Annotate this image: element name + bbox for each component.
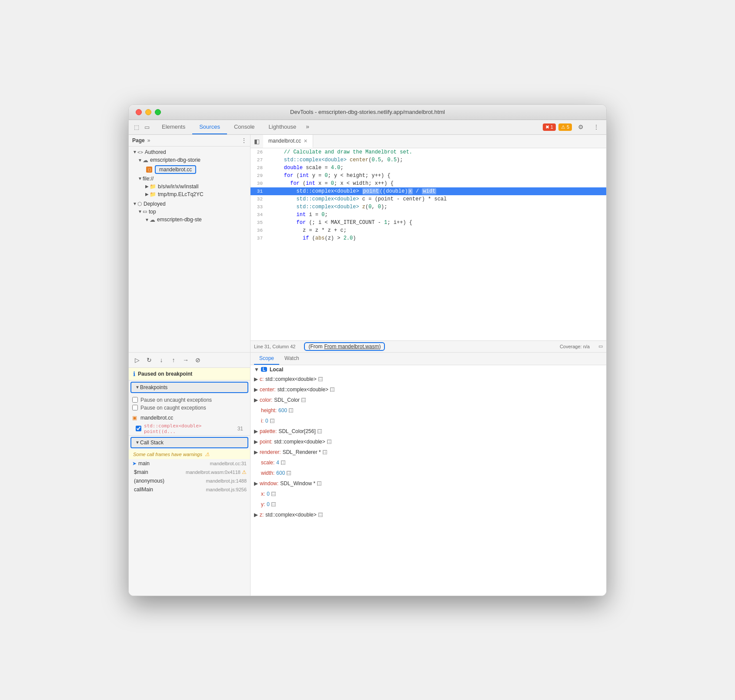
sidebar-menu-icon[interactable]: ⋮ bbox=[241, 137, 247, 143]
more-tabs-button[interactable]: » bbox=[303, 123, 312, 131]
pause-caught-checkbox[interactable] bbox=[132, 405, 138, 410]
folder1-item[interactable]: ▶ 📁 b/s/w/ir/x/w/install bbox=[129, 183, 250, 190]
step-out-button[interactable]: ↑ bbox=[169, 355, 178, 365]
scope-x-grid-icon bbox=[271, 492, 276, 496]
call-frame-anon[interactable]: (anonymous) mandelbrot.js:1488 bbox=[129, 477, 250, 485]
scope-window-type: SDL_Window * bbox=[280, 480, 315, 487]
code-line-31: 31 std::complex<double> point((double)x … bbox=[251, 187, 606, 195]
editor-tab-close-icon[interactable]: × bbox=[304, 137, 307, 144]
deployed-section[interactable]: ▼ ⬡ Deployed bbox=[129, 200, 250, 208]
wasm-link[interactable]: From mandelbrot.wasm bbox=[324, 343, 379, 350]
scope-c-arrow: ▶ bbox=[254, 375, 258, 383]
bp-entry-checkbox[interactable] bbox=[136, 426, 141, 431]
top-item[interactable]: ▼ ▭ top bbox=[129, 208, 250, 216]
scope-var-z[interactable]: ▶ z: std::complex<double> bbox=[251, 510, 606, 520]
scope-renderer-grid-icon bbox=[323, 450, 327, 454]
call-frame-main[interactable]: ➤ main mandelbrot.cc:31 bbox=[129, 459, 250, 468]
toggle-panel-icon[interactable]: ◧ bbox=[254, 138, 260, 145]
breakpoints-header[interactable]: ▼ Breakpoints bbox=[130, 382, 248, 393]
resume-button[interactable]: ▷ bbox=[132, 355, 142, 365]
folder2-icon: 📁 bbox=[150, 191, 156, 197]
authored-section[interactable]: ▼ <> Authored bbox=[129, 148, 250, 156]
emscripten2-item[interactable]: ▼ ☁ emscripten-dbg-ste bbox=[129, 216, 250, 224]
code-line-32: 32 std::complex<double> c = (point - cen… bbox=[251, 195, 606, 203]
scope-center-type: std::complex<double> bbox=[277, 386, 328, 393]
code-line-36: 36 z = z * z + c; bbox=[251, 227, 606, 234]
code-line-30: 30 for (int x = 0; x < width; x++) { bbox=[251, 180, 606, 187]
scope-height-val: 600 bbox=[278, 407, 287, 414]
scope-renderer-type: SDL_Renderer * bbox=[283, 448, 321, 456]
devtools-window: DevTools - emscripten-dbg-stories.netlif… bbox=[128, 104, 607, 596]
step-button[interactable]: → bbox=[181, 355, 190, 365]
scope-var-window[interactable]: ▶ window: SDL_Window * bbox=[251, 478, 606, 489]
pause-uncaught-item[interactable]: Pause on uncaught exceptions bbox=[132, 396, 247, 404]
emscripten-cloud-folder[interactable]: ▼ ☁ emscripten-dbg-storie bbox=[129, 156, 250, 164]
sidebar-more-btn[interactable]: » bbox=[147, 137, 150, 143]
maximize-button[interactable] bbox=[155, 109, 161, 115]
bp-entry-item: std::complex<double> point((d... 31 bbox=[129, 422, 250, 435]
call-frame-callmain[interactable]: callMain mandelbrot.js:9256 bbox=[129, 485, 250, 494]
tab-console[interactable]: Console bbox=[227, 120, 262, 134]
scope-var-y: y: 0 bbox=[251, 499, 606, 510]
editor-tab-mandelbrot[interactable]: mandelbrot.cc × bbox=[263, 135, 313, 148]
scope-point-type: std::complex<double> bbox=[274, 438, 325, 446]
cube-icon: ⬡ bbox=[137, 201, 142, 207]
sidebar-header: Page » ⋮ bbox=[129, 135, 250, 147]
editor-status-bar: Line 31, Column 42 (From From mandelbrot… bbox=[251, 340, 606, 352]
scope-var-color[interactable]: ▶ color: SDL_Color bbox=[251, 395, 606, 405]
code-line-37: 37 if (abs(z) > 2.0) bbox=[251, 234, 606, 242]
scope-width-val: 600 bbox=[276, 469, 285, 477]
scope-z-arrow: ▶ bbox=[254, 511, 258, 519]
mandelbrot-cc-file[interactable]: ◻ mandelbrot.cc bbox=[129, 164, 250, 175]
scope-c-grid-icon bbox=[318, 377, 323, 381]
code-content-29: for (int y = 0; y < height; y++) { bbox=[268, 172, 606, 180]
folder2-item[interactable]: ▶ 📁 tmp/tmp.ELcTq2YC bbox=[129, 190, 250, 198]
bracket-icon: <> bbox=[137, 150, 143, 155]
step-over-button[interactable]: ↻ bbox=[144, 355, 154, 365]
scope-point-arrow: ▶ bbox=[254, 438, 258, 446]
call-stack-section: ▼ Call Stack Some call frames have warni… bbox=[129, 435, 250, 494]
step-into-button[interactable]: ↓ bbox=[157, 355, 166, 365]
file-protocol-item[interactable]: ▼ file:// bbox=[129, 175, 250, 183]
scope-var-point[interactable]: ▶ point: std::complex<double> bbox=[251, 437, 606, 447]
inspect-icon[interactable]: ⬚ bbox=[132, 123, 141, 131]
folder2-arrow: ▶ bbox=[144, 192, 150, 197]
code-line-26: 26 // Calculate and draw the Mandelbrot … bbox=[251, 148, 606, 156]
pause-uncaught-checkbox[interactable] bbox=[132, 397, 138, 403]
deactivate-button[interactable]: ⊘ bbox=[193, 355, 203, 365]
scope-tab-scope[interactable]: Scope bbox=[254, 353, 279, 365]
pause-uncaught-label: Pause on uncaught exceptions bbox=[140, 397, 212, 403]
code-editor[interactable]: 26 // Calculate and draw the Mandelbrot … bbox=[251, 148, 606, 340]
scope-var-renderer[interactable]: ▶ renderer: SDL_Renderer * bbox=[251, 447, 606, 457]
panel-icon[interactable]: ▭ bbox=[598, 343, 603, 349]
scope-var-height: height: 600 bbox=[251, 405, 606, 416]
scope-var-center[interactable]: ▶ center: std::complex<double> bbox=[251, 384, 606, 395]
pause-caught-item[interactable]: Pause on caught exceptions bbox=[132, 404, 247, 412]
local-section-title[interactable]: ▼ L Local bbox=[251, 365, 606, 374]
call-frame-smain[interactable]: $main mandelbrot.wasm:0x4118 ⚠ bbox=[129, 468, 250, 477]
tab-lighthouse[interactable]: Lighthouse bbox=[262, 120, 304, 134]
scope-y-val: 0 bbox=[267, 500, 270, 508]
top-arrow: ▼ bbox=[137, 209, 143, 214]
devtools-tab-bar: ⬚ ▭ Elements Sources Console Lighthouse … bbox=[129, 120, 606, 135]
line-number-27: 27 bbox=[251, 156, 268, 164]
scope-var-palette[interactable]: ▶ palette: SDL_Color[256] bbox=[251, 426, 606, 437]
scope-var-c[interactable]: ▶ c: std::complex<double> bbox=[251, 374, 606, 384]
more-options-icon[interactable]: ⋮ bbox=[590, 122, 603, 132]
close-button[interactable] bbox=[136, 109, 142, 115]
minimize-button[interactable] bbox=[145, 109, 151, 115]
bp-file-label: mandelbrot.cc bbox=[140, 415, 173, 421]
call-stack-header[interactable]: ▼ Call Stack bbox=[130, 437, 248, 448]
tab-sources[interactable]: Sources bbox=[192, 120, 227, 134]
code-content-34: int i = 0; bbox=[268, 211, 606, 219]
tab-elements[interactable]: Elements bbox=[155, 120, 192, 134]
device-toggle-icon[interactable]: ▭ bbox=[143, 123, 151, 131]
emscripten2-arrow: ▼ bbox=[144, 217, 150, 222]
scope-panel: Scope Watch ▼ L Local ▶ c: std::complex<… bbox=[251, 353, 606, 596]
bottom-panel: ▷ ↻ ↓ ↑ → ⊘ ℹ Paused on breakpoint ▼ Bre… bbox=[129, 352, 606, 596]
settings-icon[interactable]: ⚙ bbox=[575, 122, 587, 132]
emscripten-arrow: ▼ bbox=[137, 158, 143, 163]
paused-text: Paused on breakpoint bbox=[138, 371, 192, 377]
frame-smain-name: $main bbox=[134, 469, 148, 475]
scope-tab-watch[interactable]: Watch bbox=[279, 353, 304, 365]
